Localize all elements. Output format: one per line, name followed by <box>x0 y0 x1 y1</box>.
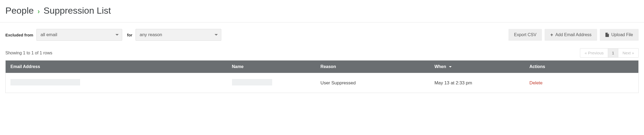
col-header-actions: Actions <box>525 61 638 73</box>
chevron-down-icon <box>449 64 452 69</box>
redacted-email <box>10 79 80 85</box>
col-header-name[interactable]: Name <box>227 61 316 73</box>
breadcrumb-separator-icon: › <box>38 8 40 15</box>
upload-file-button[interactable]: Upload File <box>600 29 639 41</box>
col-header-when-label: When <box>435 64 446 69</box>
breadcrumb: People › Suppression List <box>5 5 639 16</box>
pager-next[interactable]: Next » <box>618 48 638 57</box>
suppression-table: Email Address Name Reason When Actions <box>5 60 639 93</box>
table-header-row: Email Address Name Reason When Actions <box>6 61 639 73</box>
col-header-email[interactable]: Email Address <box>6 61 227 73</box>
for-value: any reason <box>140 32 162 38</box>
export-csv-label: Export CSV <box>514 32 537 37</box>
col-header-when[interactable]: When <box>430 61 525 73</box>
rows-summary: Showing 1 to 1 of 1 rows <box>5 51 52 55</box>
cell-actions: Delete <box>525 73 638 93</box>
cell-email <box>6 73 227 93</box>
redacted-name <box>232 79 272 85</box>
add-email-label: Add Email Address <box>555 32 591 37</box>
toolbar: Excluded from all email for any reason E… <box>5 29 639 41</box>
pager-prev[interactable]: « Previous <box>580 48 608 57</box>
cell-name <box>227 73 316 93</box>
export-csv-button[interactable]: Export CSV <box>508 29 542 41</box>
upload-file-label: Upload File <box>611 32 633 37</box>
cell-when: May 13 at 2:33 pm <box>430 73 525 93</box>
breadcrumb-current: Suppression List <box>44 5 111 16</box>
chevron-down-icon <box>215 34 218 36</box>
table-row: User Suppressed May 13 at 2:33 pm Delete <box>6 73 639 93</box>
divider <box>0 22 644 22</box>
pager-current[interactable]: 1 <box>608 48 618 57</box>
chevron-down-icon <box>115 34 119 36</box>
excluded-from-label: Excluded from <box>5 33 33 37</box>
col-header-reason[interactable]: Reason <box>316 61 429 73</box>
breadcrumb-parent[interactable]: People <box>5 5 34 16</box>
add-email-button[interactable]: + Add Email Address <box>545 29 597 41</box>
excluded-from-select[interactable]: all email <box>36 29 122 41</box>
file-icon <box>605 33 609 37</box>
for-select[interactable]: any reason <box>136 29 221 41</box>
pagination: « Previous 1 Next » <box>580 48 639 58</box>
for-label: for <box>127 33 132 37</box>
cell-reason: User Suppressed <box>316 73 429 93</box>
plus-icon: + <box>550 32 553 37</box>
excluded-from-value: all email <box>40 32 57 38</box>
delete-link[interactable]: Delete <box>529 80 542 85</box>
